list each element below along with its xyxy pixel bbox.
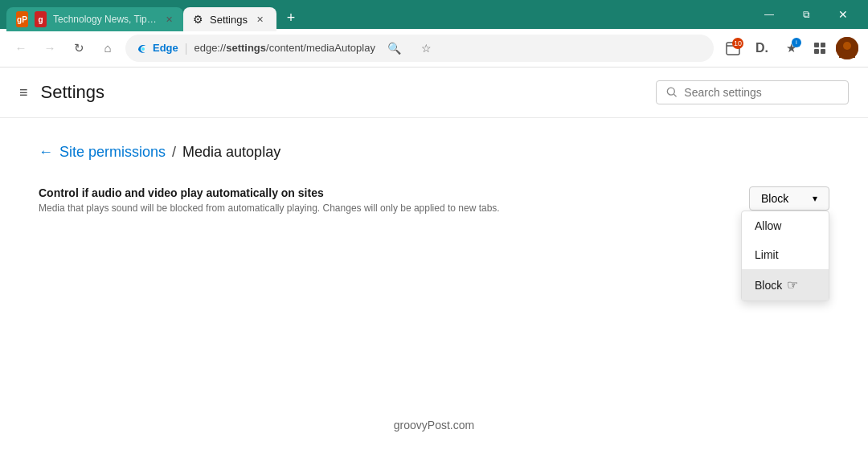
tab-settings-close[interactable]: ✕ [254,13,267,26]
search-icon[interactable]: 🔍 [382,35,407,61]
address-input-wrap[interactable]: Edge | edge://settings/content/mediaAuto… [125,35,714,62]
home-button[interactable]: ⌂ [96,37,119,59]
refresh-button[interactable]: ↻ [68,37,90,59]
svg-point-7 [843,42,851,50]
page-title: Settings [41,82,643,103]
dropdown-selected-label: Block [761,192,788,205]
address-url: edge://settings/content/mediaAutoplay [194,42,375,54]
title-bar: gP g Technology News, Tips, Reviews... ✕… [0,0,868,29]
d-icon[interactable]: D. [749,35,775,61]
favorites-badge: i [792,38,801,47]
menu-icon[interactable]: ≡ [19,84,28,101]
restore-button[interactable]: ⧉ [788,0,825,29]
calendar-badge: 10 [732,38,743,49]
address-bar: ← → ↻ ⌂ Edge | edge://settings/content/m… [0,29,868,67]
favorite-star-icon[interactable]: ☆ [414,35,440,61]
breadcrumb-site-permissions-link[interactable]: Site permissions [59,144,166,161]
search-settings-input[interactable] [684,86,838,99]
breadcrumb-separator: / [172,144,176,161]
breadcrumb: ← Site permissions / Media autoplay [39,144,829,161]
toolbar-icons: 10 D. ★ i [720,35,858,61]
breadcrumb-back-button[interactable]: ← [39,144,53,161]
control-description: Media that plays sound will be blocked f… [39,202,730,214]
new-tab-button[interactable]: + [280,6,302,29]
address-divider: | [185,42,188,55]
edge-label: Edge [153,42,178,54]
dropdown-block-label: Block [755,279,782,292]
settings-container: ≡ Settings ← Site permissions / Media au… [0,67,868,454]
page-footer: groovyPost.com [381,406,487,444]
dropdown-item-block[interactable]: Block ☞ [742,269,829,301]
breadcrumb-current: Media autoplay [182,144,280,161]
dropdown-item-limit[interactable]: Limit [742,240,829,269]
avatar[interactable] [836,37,858,59]
dropdown-wrap: Block ▾ Allow Limit Block ☞ [749,186,829,211]
favorites-icon[interactable]: ★ i [778,35,804,61]
tab-news-close[interactable]: ✕ [164,13,174,26]
svg-point-8 [667,88,674,95]
tab-news-favicon: gP [16,11,28,27]
window-controls: — ⧉ ✕ [751,0,862,29]
edge-logo: Edge [137,42,178,55]
footer-text: groovyPost.com [394,419,474,432]
search-settings-icon [666,86,678,99]
svg-rect-2 [814,43,819,47]
tab-settings[interactable]: ⚙ Settings ✕ [183,7,276,31]
control-text: Control if audio and video play automati… [39,186,730,214]
dropdown-menu: Allow Limit Block ☞ [741,211,829,301]
minimize-button[interactable]: — [751,0,788,29]
search-settings-box[interactable] [656,80,849,104]
close-button[interactable]: ✕ [825,0,862,29]
chevron-down-icon: ▾ [813,193,817,204]
tab-news[interactable]: gP g Technology News, Tips, Reviews... ✕ [6,7,183,31]
control-title: Control if audio and video play automati… [39,186,730,199]
settings-header: ≡ Settings [0,67,868,118]
forward-button[interactable]: → [39,37,61,59]
calendar-icon[interactable]: 10 [720,35,746,61]
tab-settings-label: Settings [210,14,248,26]
tab-settings-favicon: ⚙ [193,13,203,26]
dropdown-limit-label: Limit [755,248,779,261]
dropdown-item-allow[interactable]: Allow [742,211,829,240]
svg-rect-3 [821,43,825,47]
svg-rect-5 [821,49,825,54]
tab-news-label: Technology News, Tips, Reviews... [53,14,158,25]
back-button[interactable]: ← [10,37,32,59]
autoplay-dropdown-button[interactable]: Block ▾ [749,186,829,211]
svg-line-9 [674,94,676,96]
cursor-indicator: ☞ [787,277,798,292]
svg-rect-4 [814,49,819,54]
tab-bar: gP g Technology News, Tips, Reviews... ✕… [6,0,751,29]
dropdown-allow-label: Allow [755,219,781,232]
content-area: ← Site permissions / Media autoplay Cont… [0,118,868,454]
tab-news-g-favicon: g [35,11,47,27]
collections-icon[interactable] [807,35,833,61]
control-row: Control if audio and video play automati… [39,186,829,214]
